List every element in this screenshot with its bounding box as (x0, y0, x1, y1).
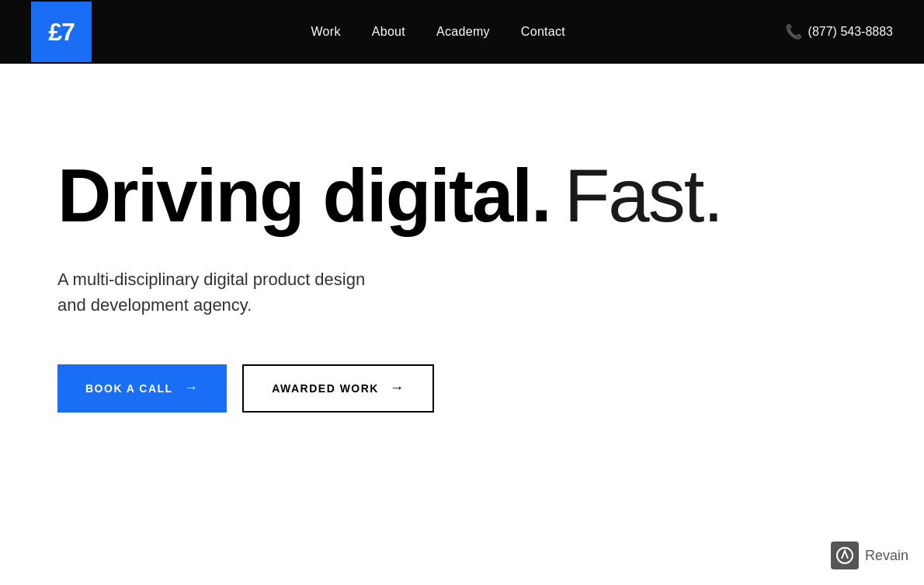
book-call-arrow-icon: → (184, 380, 200, 396)
subtitle-line1: A multi-disciplinary digital product des… (57, 270, 365, 289)
nav-item-about[interactable]: About (372, 25, 405, 39)
hero-headline: Driving digital. Fast. (57, 157, 867, 235)
logo[interactable]: £7 (31, 2, 92, 62)
awarded-work-label: AWARDED WORK (272, 382, 379, 395)
revain-icon (831, 541, 859, 569)
revain-badge: Revain (831, 541, 908, 569)
nav-link-contact[interactable]: Contact (521, 25, 565, 38)
subtitle-line2: and development agency. (57, 295, 252, 315)
cta-buttons: BOOK A CALL → AWARDED WORK → (57, 364, 867, 413)
book-a-call-label: BOOK A CALL (85, 382, 173, 395)
book-a-call-button[interactable]: BOOK A CALL → (57, 364, 227, 413)
logo-text: £7 (48, 18, 75, 47)
nav-item-academy[interactable]: Academy (436, 25, 490, 39)
phone-icon: 📞 (785, 23, 802, 40)
hero-section: Driving digital. Fast. A multi-disciplin… (0, 64, 924, 585)
headline-light: Fast. (564, 157, 722, 235)
nav-item-work[interactable]: Work (311, 25, 340, 39)
revain-label: Revain (865, 548, 908, 564)
phone-area[interactable]: 📞 (877) 543-8883 (785, 23, 893, 40)
nav-links: Work About Academy Contact (311, 25, 565, 39)
awarded-work-button[interactable]: AWARDED WORK → (242, 364, 434, 413)
nav-item-contact[interactable]: Contact (521, 25, 565, 39)
nav-link-about[interactable]: About (372, 25, 405, 38)
nav-link-academy[interactable]: Academy (436, 25, 490, 38)
hero-subtitle: A multi-disciplinary digital product des… (57, 266, 523, 318)
headline-bold: Driving digital. (57, 157, 551, 235)
nav-link-work[interactable]: Work (311, 25, 340, 38)
awarded-work-arrow-icon: → (390, 380, 405, 396)
navbar: £7 Work About Academy Contact 📞 (877) 54… (0, 0, 924, 64)
phone-number: (877) 543-8883 (808, 25, 893, 39)
